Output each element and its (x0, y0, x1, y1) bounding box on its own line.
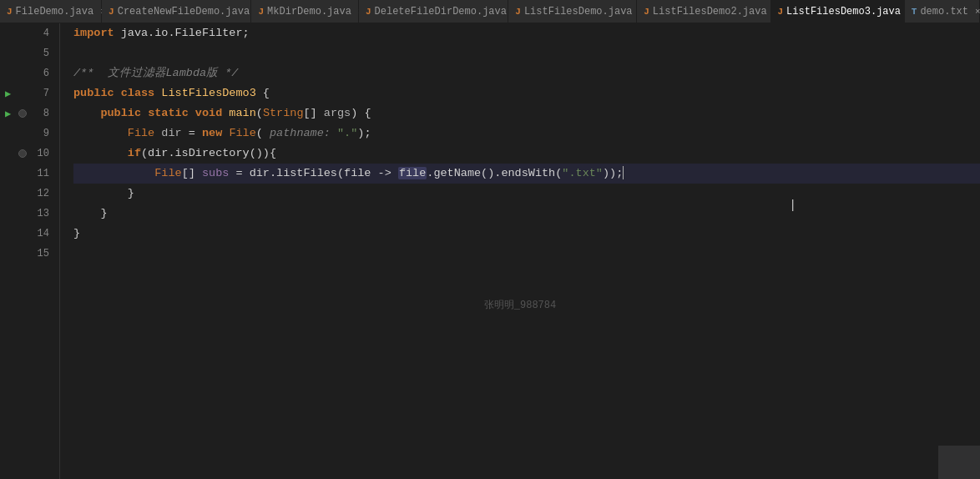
code-text: /** 文件过滤器Lambda版 */ (73, 63, 238, 83)
tab-demotxt[interactable]: T demo.txt × (905, 0, 980, 23)
code-text: } (73, 184, 134, 204)
tab-MkDir[interactable]: J MkDirDemo.java × (251, 0, 358, 23)
code-text: import java.io.FileFilter; (73, 23, 250, 43)
watermark: 张明明_988784 (484, 298, 556, 312)
tab-icon-java: J (515, 7, 521, 17)
gutter-line-13: 13 (0, 204, 59, 224)
tab-icon-java: J (258, 7, 264, 17)
tab-ListFiles3[interactable]: J ListFilesDemo3.java × (771, 0, 905, 23)
minimap-thumbnail (938, 446, 980, 479)
code-line-7: public class ListFilesDemo3 { (73, 83, 980, 103)
gutter-line-4: 4 (0, 23, 59, 43)
tab-label: ListFilesDemo.java (524, 6, 633, 18)
code-text: } (73, 204, 108, 224)
code-line-5 (73, 43, 980, 63)
tab-label: demo.txt (920, 6, 968, 18)
tab-label: CreateNewFileDemo.java (118, 6, 250, 18)
run-arrow-icon[interactable]: ▶ (5, 108, 11, 120)
tab-bar: J FileDemo.java × J CreateNewFileDemo.ja… (0, 0, 980, 23)
gutter-line-5: 5 (0, 43, 59, 63)
tab-icon-java: J (778, 7, 784, 17)
tab-close-icon[interactable]: × (975, 7, 980, 17)
code-line-8: public static void main(String[] args) { (73, 103, 980, 124)
tab-CreateNewFile[interactable]: J CreateNewFileDemo.java × (102, 0, 251, 23)
code-line-14: } (73, 224, 980, 244)
code-area[interactable]: import java.io.FileFilter; /** 文件过滤器Lamb… (60, 23, 980, 479)
code-line-6: /** 文件过滤器Lambda版 */ (73, 63, 980, 83)
tab-label: FileDemo.java (16, 6, 94, 18)
code-line-13: } (73, 204, 980, 224)
gutter-line-8: ▶ 8 (0, 103, 59, 124)
tab-label: MkDirDemo.java (267, 6, 351, 18)
code-text: } (73, 224, 80, 244)
tab-icon-java: J (7, 7, 13, 17)
tab-label: ListFilesDemo3.java (786, 6, 901, 18)
code-line-9: File dir = new File( pathname: "."); (73, 124, 980, 144)
editor: 4 5 6 ▶ 7 ▶ 8 9 10 11 12 13 (0, 23, 980, 479)
code-text: public class ListFilesDemo3 { (73, 83, 270, 103)
code-line-10: if(dir.isDirectory()){ (73, 144, 980, 164)
breakpoint-dot[interactable] (18, 149, 27, 158)
line-gutter: 4 5 6 ▶ 7 ▶ 8 9 10 11 12 13 (0, 23, 60, 479)
gutter-line-10: 10 (0, 144, 59, 164)
gutter-line-7: ▶ 7 (0, 83, 59, 103)
gutter-line-12: 12 (0, 184, 59, 204)
code-text: if(dir.isDirectory()){ (73, 144, 276, 164)
tab-icon-java: J (109, 7, 114, 17)
breakpoint-dot[interactable] (18, 109, 27, 118)
code-text: public static void main(String[] args) { (73, 103, 371, 124)
code-line-11: File[] subs = dir.listFiles(file -> file… (73, 164, 980, 184)
code-text: File[] subs = dir.listFiles(file -> file… (73, 164, 624, 184)
tab-ListFiles[interactable]: J ListFilesDemo.java × (508, 0, 637, 23)
tab-label: DeleteFileDirDemo.java (375, 6, 507, 18)
code-line-12: } (73, 184, 980, 204)
run-arrow-icon[interactable]: ▶ (5, 88, 11, 100)
tab-icon-java: J (644, 7, 649, 17)
gutter-line-14: 14 (0, 224, 59, 244)
tab-label: ListFilesDemo2.java (653, 6, 767, 18)
tab-DeleteFile[interactable]: J DeleteFileDirDemo.java × (359, 0, 508, 23)
gutter-line-15: 15 (0, 244, 59, 264)
gutter-line-11: 11 (0, 164, 59, 184)
tab-FileDemo[interactable]: J FileDemo.java × (0, 0, 102, 23)
code-line-4: import java.io.FileFilter; (73, 23, 980, 43)
gutter-line-9: 9 (0, 124, 59, 144)
tab-icon-java: J (366, 7, 371, 17)
minimap-content (938, 446, 980, 479)
code-text: File dir = new File( pathname: "."); (73, 124, 371, 144)
code-line-15 (73, 244, 980, 264)
tab-icon-txt: T (912, 7, 917, 17)
tab-ListFiles2[interactable]: J ListFilesDemo2.java × (637, 0, 770, 23)
gutter-line-6: 6 (0, 63, 59, 83)
